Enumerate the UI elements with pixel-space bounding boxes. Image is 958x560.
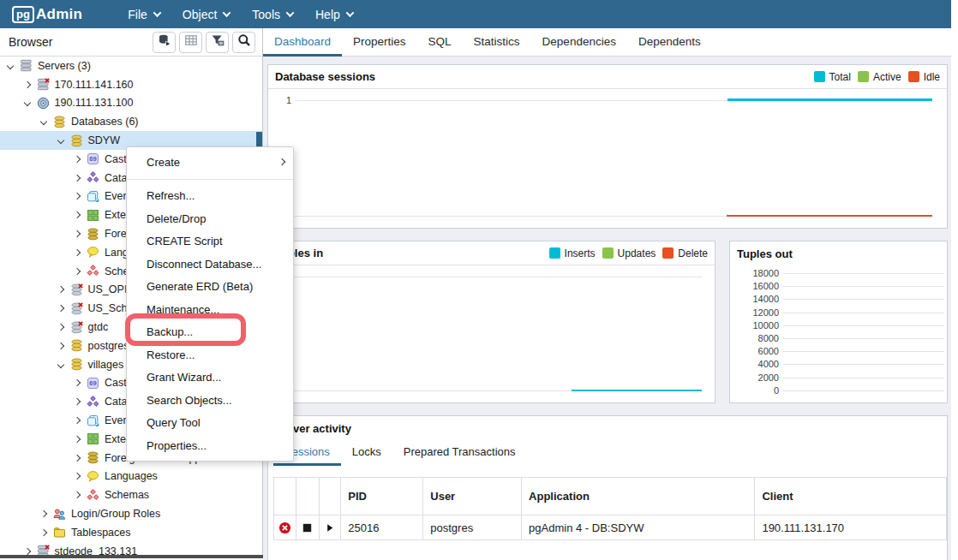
chevron-right-icon[interactable] (74, 436, 81, 443)
stop-button[interactable] (296, 515, 319, 540)
context-menu-item-disconnect-database[interactable]: Disconnect Database... (127, 253, 293, 276)
context-menu-item-delete-drop[interactable]: Delete/Drop (127, 207, 293, 230)
chevron-right-icon[interactable] (74, 193, 81, 200)
chevron-right-icon[interactable] (57, 286, 63, 293)
tree-item-190-111-131-100[interactable]: 190.111.131.100 (0, 94, 262, 113)
menubar-item-tools[interactable]: Tools (241, 0, 304, 28)
chevron-right-icon[interactable] (57, 324, 63, 331)
legend-swatch (908, 71, 919, 82)
activity-tab-prepared-transactions[interactable]: Prepared Transactions (392, 440, 527, 466)
tree-item-login-group-roles[interactable]: Login/Group Roles (0, 504, 262, 523)
menubar-item-label: Tools (252, 8, 280, 21)
column-header-pid: PID (341, 478, 423, 515)
search-button[interactable] (232, 32, 255, 53)
chevron-right-icon[interactable] (74, 417, 81, 424)
database-sessions-title: Database sessions (275, 70, 807, 83)
context-menu-item-query-tool[interactable]: Query Tool (127, 412, 293, 435)
activity-tab-locks[interactable]: Locks (341, 440, 392, 466)
tree-item-label: stdeode_133.131 (55, 545, 138, 555)
legend-item-active: Active (858, 71, 901, 83)
tree-item-databases-6-[interactable]: Databases (6) (0, 112, 262, 131)
context-menu-item-label: Generate ERD (Beta) (147, 280, 253, 293)
chevron-down-icon[interactable] (57, 360, 63, 367)
chevron-right-icon[interactable] (74, 491, 81, 498)
tuples-in-panel: Tuples in InsertsUpdatesDelete (267, 241, 716, 403)
tab-dependencies[interactable]: Dependencies (531, 28, 627, 57)
tree-item-stdeode-133-131[interactable]: stdeode_133.131 (0, 542, 262, 555)
chevron-down-icon[interactable] (40, 118, 47, 125)
context-menu-item-maintenance[interactable]: Maintenance... (127, 298, 293, 321)
tree-item-label: SDYW (88, 134, 121, 146)
event-triggers-icon (87, 190, 99, 203)
tuples-out-gridline (783, 364, 944, 365)
tab-properties[interactable]: Properties (342, 28, 417, 57)
context-menu-item-search-objects[interactable]: Search Objects... (127, 389, 293, 412)
chevron-right-icon[interactable] (74, 230, 81, 237)
chevron-right-icon[interactable] (74, 267, 81, 274)
context-menu-item-restore[interactable]: Restore... (127, 343, 293, 366)
tuples-out-gridline (783, 351, 944, 352)
menubar-item-object[interactable]: Object (171, 0, 241, 28)
chevron-right-icon[interactable] (74, 211, 81, 218)
legend-label: Inserts (565, 247, 596, 259)
legend-item-total: Total (814, 71, 851, 83)
tree-item-label: 190.111.131.100 (55, 97, 134, 109)
chevron-right-icon[interactable] (74, 473, 81, 480)
chevron-right-icon (278, 158, 285, 165)
menubar-item-label: Help (315, 8, 340, 21)
chevron-down-icon[interactable] (57, 137, 63, 144)
chevron-right-icon[interactable] (74, 249, 81, 256)
context-menu-item-grant-wizard[interactable]: Grant Wizard... (127, 366, 293, 390)
chevron-down-icon[interactable] (23, 99, 30, 106)
chevron-right-icon[interactable] (74, 174, 81, 181)
server-activity-tab-bar: SessionsLocksPrepared Transactions (273, 440, 527, 466)
tree-item-170-111-141-160[interactable]: 170.111.141.160 (0, 75, 262, 94)
chevron-right-icon[interactable] (23, 547, 30, 554)
context-menu-item-create[interactable]: Create (127, 151, 293, 174)
tuples-out-panel: Tuples out 18000160001400012000100008000… (729, 241, 948, 403)
chevron-right-icon[interactable] (74, 156, 81, 163)
context-menu-item-backup[interactable]: Backup... (127, 321, 293, 344)
tab-sql[interactable]: SQL (417, 28, 463, 57)
expand-button[interactable] (319, 515, 341, 540)
cancel-button[interactable] (274, 515, 296, 540)
filter-button[interactable] (206, 32, 229, 53)
tuples-out-y-tick: 6000 (730, 346, 779, 356)
chevron-right-icon[interactable] (74, 398, 81, 405)
tab-dashboard[interactable]: Dashboard (263, 28, 342, 57)
context-menu-item-create-script[interactable]: CREATE Script (127, 230, 293, 253)
add-server-button[interactable] (153, 32, 176, 53)
context-menu-item-generate-erd-beta[interactable]: Generate ERD (Beta) (127, 276, 293, 299)
chevron-down-icon (286, 9, 295, 17)
context-menu-item-properties[interactable]: Properties... (127, 434, 293, 457)
context-menu-item-label: Backup... (147, 325, 193, 338)
tree-horizontal-scrollbar[interactable] (0, 555, 263, 558)
column-header-blank (274, 478, 296, 515)
chevron-down-icon[interactable] (7, 63, 14, 69)
tuples-in-legend: InsertsUpdatesDelete (542, 247, 708, 259)
tree-item-tablespaces[interactable]: Tablespaces (0, 523, 262, 542)
chevron-right-icon[interactable] (74, 454, 81, 461)
legend-swatch (602, 247, 614, 259)
chevron-right-icon[interactable] (74, 379, 81, 386)
chevron-right-icon[interactable] (57, 305, 63, 312)
tab-dependents[interactable]: Dependents (627, 28, 712, 57)
tree-item-schemas[interactable]: Schemas (0, 486, 262, 504)
chevron-right-icon[interactable] (40, 510, 47, 517)
chevron-right-icon[interactable] (57, 343, 63, 349)
tablespaces-icon (53, 526, 66, 539)
context-menu-item-refresh[interactable]: Refresh... (127, 185, 293, 208)
chevron-right-icon[interactable] (23, 80, 30, 87)
column-header-application: Application (522, 478, 755, 515)
tab-statistics[interactable]: Statistics (463, 28, 531, 57)
chevron-right-icon[interactable] (40, 529, 47, 536)
tuples-out-y-tick: 4000 (730, 359, 779, 369)
window-right-margin (951, 0, 958, 560)
servers-icon (20, 59, 33, 72)
context-menu-item-label: Query Tool (147, 416, 201, 429)
tree-item-languages[interactable]: Languages (0, 468, 262, 486)
menubar-item-file[interactable]: File (117, 0, 171, 28)
tree-item-servers-3-[interactable]: Servers (3) (0, 57, 262, 75)
grid-button[interactable] (179, 32, 202, 53)
menubar-item-help[interactable]: Help (304, 0, 364, 28)
